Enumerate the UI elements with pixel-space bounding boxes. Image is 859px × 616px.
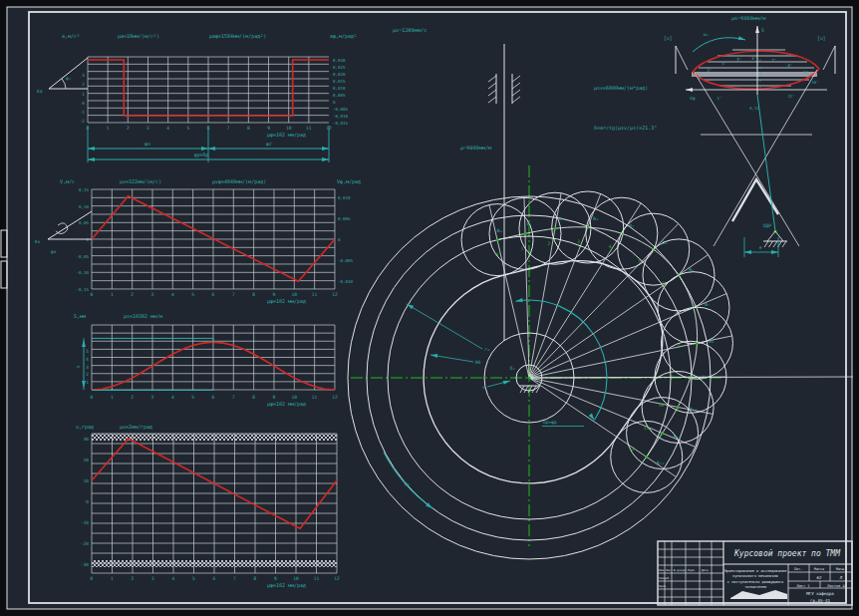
cad-canvas: Курсовой проект по ТММ a,м/с²μa=10мм/(м/… <box>0 0 859 616</box>
svg-text:μs=6000мм/м: μs=6000мм/м <box>731 15 765 22</box>
svg-text:2: 2 <box>759 79 761 83</box>
svg-text:1: 1 <box>82 92 85 97</box>
svg-text:10: 10 <box>292 395 298 400</box>
svg-text:8': 8' <box>788 63 793 68</box>
svg-text:Vφ,м/рад: Vφ,м/рад <box>337 178 361 185</box>
svg-text:μaφ=1584мм/(м/рад²): μaφ=1584мм/(м/рад²) <box>209 33 266 40</box>
svg-text:9: 9 <box>273 395 276 400</box>
svg-text:10: 10 <box>84 478 90 483</box>
svg-text:φс: φс <box>266 142 272 147</box>
svg-text:Масса: Масса <box>814 567 824 571</box>
svg-text:3: 3 <box>759 72 761 76</box>
svg-text:20: 20 <box>84 458 90 462</box>
svg-text:μ=6000мм/м: μ=6000мм/м <box>460 145 491 152</box>
svg-text:B₃: B₃ <box>593 216 598 221</box>
svg-text:-10: -10 <box>81 520 89 525</box>
svg-text:B₂: B₂ <box>559 216 564 221</box>
svg-text:4: 4 <box>171 395 174 400</box>
svg-text:ψv: ψv <box>51 249 57 254</box>
svg-text:μsv=6000мм/(м*рад): μsv=6000мм/(м*рад) <box>594 85 648 92</box>
svg-text:12: 12 <box>332 292 338 297</box>
svg-text:Разраб.: Разраб. <box>659 576 671 580</box>
svg-text:ω₁: ω₁ <box>704 32 709 37</box>
svg-text:8: 8 <box>252 395 255 400</box>
svg-text:3': 3' <box>708 68 713 73</box>
svg-text:0,15: 0,15 <box>79 187 90 192</box>
svg-text:-2: -2 <box>80 119 86 124</box>
svg-text:B₁₂: B₁₂ <box>657 461 665 465</box>
svg-text:B₄: B₄ <box>629 223 634 228</box>
svg-text:2: 2 <box>547 241 550 246</box>
svg-text:5: 5 <box>759 59 761 63</box>
svg-text:10: 10 <box>293 576 299 581</box>
svg-text:6: 6 <box>212 292 215 297</box>
svg-text:12: 12 <box>629 447 635 452</box>
svg-text:-0,10: -0,10 <box>76 270 89 275</box>
svg-text:МГУ кафедра: МГУ кафедра <box>806 591 834 596</box>
svg-text:11: 11 <box>314 576 320 581</box>
svg-text:30: 30 <box>84 437 90 442</box>
svg-text:4': 4' <box>722 61 727 66</box>
svg-text:4: 4 <box>171 292 174 297</box>
svg-text:μφ=102 мм/рад: μφ=102 мм/рад <box>267 582 306 589</box>
svg-text:1: 1 <box>111 395 114 400</box>
svg-text:ψ₁: ψ₁ <box>66 76 72 81</box>
svg-text:-0,005: -0,005 <box>338 258 354 263</box>
svg-text:0,025: 0,025 <box>333 65 346 70</box>
svg-text:μs=10302 мм/м: μs=10302 мм/м <box>124 313 162 320</box>
svg-text:μφ=102 мм/рад: μφ=102 мм/рад <box>267 132 306 139</box>
svg-text:B₈: B₈ <box>709 339 714 344</box>
svg-text:Rб: Rб <box>475 360 481 365</box>
svg-text:0,015: 0,015 <box>333 79 346 84</box>
svg-text:0,005: 0,005 <box>338 216 351 221</box>
svg-text:6: 6 <box>662 281 665 286</box>
svg-text:8: 8 <box>678 344 681 349</box>
svg-text:10': 10' <box>811 80 818 85</box>
svg-text:μφ=102 мм/рад: μφ=102 мм/рад <box>267 298 306 305</box>
svg-text:φр=δр: φр=δр <box>194 153 209 157</box>
svg-text:6: 6 <box>213 576 216 581</box>
svg-text:φп: φп <box>144 142 150 147</box>
svg-text:9: 9 <box>273 292 276 297</box>
svg-text:Подп.: Подп. <box>688 568 697 572</box>
svg-text:8: 8 <box>252 292 255 297</box>
svg-text:1: 1 <box>111 292 114 297</box>
svg-text:5: 5 <box>638 258 641 263</box>
svg-text:e: e <box>759 245 762 250</box>
svg-text:9': 9' <box>804 70 809 75</box>
svg-text:6': 6' <box>752 56 757 61</box>
svg-text:4: 4 <box>609 244 612 249</box>
svg-text:3: 3 <box>151 395 154 400</box>
svg-text:11: 11 <box>312 395 318 400</box>
svg-text:B₇: B₇ <box>705 302 710 307</box>
svg-text:0,010: 0,010 <box>338 195 351 200</box>
svg-text:Изм.: Изм. <box>659 568 666 572</box>
svg-text:11: 11 <box>306 126 312 131</box>
svg-text:0: 0 <box>82 101 85 106</box>
svg-text:6: 6 <box>212 395 215 400</box>
svg-text:Курсовой проект по ТММ: Курсовой проект по ТММ <box>733 549 841 558</box>
svg-text:12: 12 <box>332 395 338 400</box>
svg-text:кулачкового механизма: кулачкового механизма <box>732 574 777 578</box>
svg-text:толкателем: толкателем <box>744 585 766 589</box>
svg-text:2: 2 <box>132 576 135 581</box>
svg-text:aφ,м/рад²: aφ,м/рад² <box>330 33 357 40</box>
svg-text:2: 2 <box>86 372 89 377</box>
svg-text:-0,010: -0,010 <box>338 279 354 284</box>
svg-text:[υ]: [υ] <box>664 36 673 41</box>
svg-text:ω₁: ω₁ <box>405 481 411 486</box>
svg-text:4: 4 <box>172 576 175 581</box>
svg-text:μv=1280мм/с: μv=1280мм/с <box>393 27 427 34</box>
svg-text:гр.А5-41: гр.А5-41 <box>810 598 831 603</box>
svg-text:B₀: B₀ <box>497 228 502 233</box>
svg-text:1: 1 <box>520 246 523 251</box>
svg-text:Дата: Дата <box>702 568 709 572</box>
svg-text:2: 2 <box>82 82 85 87</box>
svg-text:-20: -20 <box>81 541 89 546</box>
svg-text:Ka: Ka <box>37 89 43 94</box>
svg-text:0: 0 <box>91 395 94 400</box>
svg-text:a,м/с²: a,м/с² <box>62 33 80 39</box>
svg-text:Kv: Kv <box>35 239 41 244</box>
svg-text:8: 8 <box>254 576 257 581</box>
svg-text:0: 0 <box>91 292 94 297</box>
